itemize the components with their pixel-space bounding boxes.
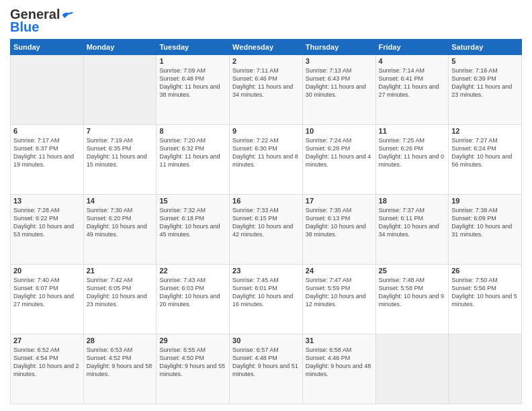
day-cell: 27Sunrise: 6:52 AM Sunset: 4:54 PM Dayli… [11,334,84,404]
day-detail: Sunrise: 7:09 AM Sunset: 6:48 PM Dayligh… [159,66,226,99]
weekday-sunday: Sunday [11,40,84,55]
day-cell: 23Sunrise: 7:45 AM Sunset: 6:01 PM Dayli… [230,265,303,334]
day-cell: 31Sunrise: 6:58 AM Sunset: 4:46 PM Dayli… [302,334,375,404]
day-cell: 1Sunrise: 7:09 AM Sunset: 6:48 PM Daylig… [157,55,230,125]
day-cell: 7Sunrise: 7:19 AM Sunset: 6:35 PM Daylig… [83,125,157,195]
day-cell: 22Sunrise: 7:43 AM Sunset: 6:03 PM Dayli… [157,265,230,334]
day-number: 20 [13,267,81,275]
day-number: 31 [306,336,373,345]
day-cell: 26Sunrise: 7:50 AM Sunset: 5:56 PM Dayli… [449,265,522,334]
day-detail: Sunrise: 7:50 AM Sunset: 5:56 PM Dayligh… [451,276,519,309]
day-number: 9 [232,127,300,135]
day-detail: Sunrise: 7:37 AM Sunset: 6:11 PM Dayligh… [379,206,446,239]
day-detail: Sunrise: 7:16 AM Sunset: 6:39 PM Dayligh… [451,66,519,99]
day-detail: Sunrise: 7:47 AM Sunset: 5:59 PM Dayligh… [306,276,373,309]
header: General Blue [10,7,522,35]
day-cell [11,55,84,125]
day-detail: Sunrise: 7:27 AM Sunset: 6:24 PM Dayligh… [451,136,519,169]
day-detail: Sunrise: 6:53 AM Sunset: 4:52 PM Dayligh… [87,346,154,379]
day-cell: 8Sunrise: 7:20 AM Sunset: 6:32 PM Daylig… [157,125,230,195]
week-row-1: 1Sunrise: 7:09 AM Sunset: 6:48 PM Daylig… [11,55,522,125]
day-number: 25 [379,267,446,275]
day-number: 3 [306,57,373,65]
day-number: 4 [379,57,446,65]
day-detail: Sunrise: 7:38 AM Sunset: 6:09 PM Dayligh… [451,206,519,239]
day-cell: 3Sunrise: 7:13 AM Sunset: 6:43 PM Daylig… [302,55,375,125]
day-number: 26 [451,267,519,275]
day-detail: Sunrise: 7:11 AM Sunset: 6:46 PM Dayligh… [232,66,300,99]
day-number: 22 [159,267,226,275]
day-number: 5 [451,57,519,65]
day-cell: 2Sunrise: 7:11 AM Sunset: 6:46 PM Daylig… [230,55,303,125]
day-number: 27 [13,336,81,345]
day-number: 30 [232,336,300,345]
day-number: 11 [379,127,446,135]
day-number: 13 [13,197,81,205]
weekday-monday: Monday [83,40,157,55]
day-detail: Sunrise: 7:28 AM Sunset: 6:22 PM Dayligh… [13,206,81,239]
day-number: 1 [159,57,226,65]
weekday-tuesday: Tuesday [157,40,230,55]
day-cell: 14Sunrise: 7:30 AM Sunset: 6:20 PM Dayli… [83,195,157,265]
day-cell: 5Sunrise: 7:16 AM Sunset: 6:39 PM Daylig… [449,55,522,125]
day-number: 8 [159,127,226,135]
day-cell: 20Sunrise: 7:40 AM Sunset: 6:07 PM Dayli… [11,265,84,334]
day-cell: 30Sunrise: 6:57 AM Sunset: 4:48 PM Dayli… [230,334,303,404]
week-row-2: 6Sunrise: 7:17 AM Sunset: 6:37 PM Daylig… [11,125,522,195]
day-number: 7 [87,127,154,135]
day-number: 28 [87,336,154,345]
weekday-header-row: SundayMondayTuesdayWednesdayThursdayFrid… [11,40,522,55]
day-number: 24 [306,267,373,275]
day-detail: Sunrise: 7:19 AM Sunset: 6:35 PM Dayligh… [87,136,154,169]
day-number: 23 [232,267,300,275]
day-cell: 25Sunrise: 7:48 AM Sunset: 5:58 PM Dayli… [375,265,449,334]
weekday-thursday: Thursday [302,40,375,55]
day-cell: 28Sunrise: 6:53 AM Sunset: 4:52 PM Dayli… [83,334,157,404]
day-cell: 10Sunrise: 7:24 AM Sunset: 6:28 PM Dayli… [302,125,375,195]
day-detail: Sunrise: 6:57 AM Sunset: 4:48 PM Dayligh… [232,346,300,379]
day-cell: 11Sunrise: 7:25 AM Sunset: 6:26 PM Dayli… [375,125,449,195]
weekday-friday: Friday [375,40,449,55]
day-number: 19 [451,197,519,205]
day-cell [375,334,449,404]
day-cell: 18Sunrise: 7:37 AM Sunset: 6:11 PM Dayli… [375,195,449,265]
day-number: 18 [379,197,446,205]
day-cell: 13Sunrise: 7:28 AM Sunset: 6:22 PM Dayli… [11,195,84,265]
day-detail: Sunrise: 7:30 AM Sunset: 6:20 PM Dayligh… [87,206,154,239]
day-cell: 21Sunrise: 7:42 AM Sunset: 6:05 PM Dayli… [83,265,157,334]
day-detail: Sunrise: 7:17 AM Sunset: 6:37 PM Dayligh… [13,136,81,169]
day-detail: Sunrise: 7:20 AM Sunset: 6:32 PM Dayligh… [159,136,226,169]
day-cell: 15Sunrise: 7:32 AM Sunset: 6:18 PM Dayli… [157,195,230,265]
week-row-3: 13Sunrise: 7:28 AM Sunset: 6:22 PM Dayli… [11,195,522,265]
day-detail: Sunrise: 6:55 AM Sunset: 4:50 PM Dayligh… [159,346,226,379]
day-cell: 16Sunrise: 7:33 AM Sunset: 6:15 PM Dayli… [230,195,303,265]
day-detail: Sunrise: 7:24 AM Sunset: 6:28 PM Dayligh… [306,136,373,169]
day-detail: Sunrise: 7:42 AM Sunset: 6:05 PM Dayligh… [87,276,154,309]
day-cell: 24Sunrise: 7:47 AM Sunset: 5:59 PM Dayli… [302,265,375,334]
day-number: 12 [451,127,519,135]
day-cell: 6Sunrise: 7:17 AM Sunset: 6:37 PM Daylig… [11,125,84,195]
day-detail: Sunrise: 7:45 AM Sunset: 6:01 PM Dayligh… [232,276,300,309]
day-detail: Sunrise: 7:33 AM Sunset: 6:15 PM Dayligh… [232,206,300,239]
weekday-wednesday: Wednesday [230,40,303,55]
day-detail: Sunrise: 7:43 AM Sunset: 6:03 PM Dayligh… [159,276,226,309]
page: General Blue SundayMondayTuesdayWednesda… [0,0,532,411]
day-number: 29 [159,336,226,345]
logo: General Blue [10,7,75,35]
logo-blue: Blue [10,19,39,35]
day-cell: 4Sunrise: 7:14 AM Sunset: 6:41 PM Daylig… [375,55,449,125]
week-row-5: 27Sunrise: 6:52 AM Sunset: 4:54 PM Dayli… [11,334,522,404]
day-detail: Sunrise: 7:14 AM Sunset: 6:41 PM Dayligh… [379,66,446,99]
day-detail: Sunrise: 7:48 AM Sunset: 5:58 PM Dayligh… [379,276,446,309]
day-detail: Sunrise: 7:32 AM Sunset: 6:18 PM Dayligh… [159,206,226,239]
day-cell: 17Sunrise: 7:35 AM Sunset: 6:13 PM Dayli… [302,195,375,265]
day-number: 10 [306,127,373,135]
day-detail: Sunrise: 7:22 AM Sunset: 6:30 PM Dayligh… [232,136,300,169]
day-number: 17 [306,197,373,205]
day-cell: 19Sunrise: 7:38 AM Sunset: 6:09 PM Dayli… [449,195,522,265]
day-detail: Sunrise: 7:25 AM Sunset: 6:26 PM Dayligh… [379,136,446,169]
day-detail: Sunrise: 7:40 AM Sunset: 6:07 PM Dayligh… [13,276,81,309]
weekday-saturday: Saturday [449,40,522,55]
day-number: 6 [13,127,81,135]
logo-bird-icon [61,10,75,19]
